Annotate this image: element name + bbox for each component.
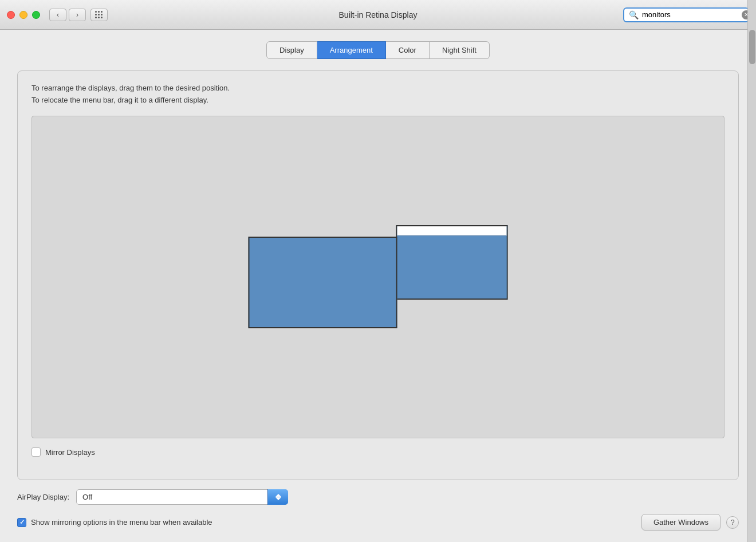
search-box: 🔍 ✕ <box>623 7 749 22</box>
secondary-monitor[interactable] <box>396 225 508 300</box>
minimize-button[interactable] <box>19 11 27 19</box>
traffic-lights <box>7 11 40 19</box>
nav-buttons: ‹ › <box>49 9 86 21</box>
description-line2: To relocate the menu bar, drag it to a d… <box>32 96 208 104</box>
scrollbar-thumb[interactable] <box>749 30 755 64</box>
title-bar: ‹ › Built-in Retina Display 🔍 ✕ <box>0 0 756 30</box>
display-arrangement-area[interactable] <box>32 116 724 438</box>
mirror-displays-checkbox[interactable] <box>32 447 41 457</box>
menubar-indicator <box>397 226 507 235</box>
gather-windows-button[interactable]: Gather Windows <box>641 514 720 531</box>
forward-button[interactable]: › <box>69 9 86 21</box>
show-mirroring-checkbox[interactable]: ✓ <box>17 518 26 527</box>
secondary-screen <box>397 235 507 299</box>
tab-color[interactable]: Color <box>386 41 430 59</box>
grid-icon <box>95 11 103 19</box>
main-content: Display Arrangement Color Night Shift To… <box>0 30 756 542</box>
airplay-select-wrapper: Off Apple TV Other... <box>76 489 288 505</box>
mirror-displays-label: Mirror Displays <box>45 448 95 457</box>
checkmark-icon: ✓ <box>19 519 25 526</box>
back-button[interactable]: ‹ <box>49 9 66 21</box>
panel: To rearrange the displays, drag them to … <box>17 70 739 480</box>
monitor-container <box>249 225 508 328</box>
tab-display[interactable]: Display <box>266 41 317 59</box>
description-line1: To rearrange the displays, drag them to … <box>32 84 230 92</box>
show-mirroring-row: ✓ Show mirroring options in the menu bar… <box>17 518 212 527</box>
airplay-select[interactable]: Off Apple TV Other... <box>76 489 288 505</box>
show-mirroring-label: Show mirroring options in the menu bar w… <box>31 518 212 527</box>
bottom-controls: Mirror Displays <box>32 447 724 468</box>
airplay-row: AirPlay Display: Off Apple TV Other... <box>17 489 739 505</box>
action-buttons: Gather Windows ? <box>641 514 739 531</box>
search-input[interactable] <box>642 10 738 19</box>
tab-night-shift[interactable]: Night Shift <box>430 41 490 59</box>
maximize-button[interactable] <box>32 11 40 19</box>
grid-button[interactable] <box>90 9 108 21</box>
description: To rearrange the displays, drag them to … <box>32 83 724 107</box>
mirror-row: Mirror Displays <box>32 447 724 457</box>
tabs-container: Display Arrangement Color Night Shift <box>17 41 739 59</box>
action-row: ✓ Show mirroring options in the menu bar… <box>17 514 739 531</box>
search-icon: 🔍 <box>629 10 639 19</box>
window-title: Built-in Retina Display <box>339 10 418 19</box>
close-button[interactable] <box>7 11 15 19</box>
primary-monitor[interactable] <box>249 237 397 328</box>
tab-arrangement[interactable]: Arrangement <box>317 41 386 59</box>
airplay-label: AirPlay Display: <box>17 493 69 501</box>
help-button[interactable]: ? <box>726 516 739 529</box>
airplay-section: AirPlay Display: Off Apple TV Other... ✓ <box>17 489 739 531</box>
scrollbar-track <box>747 0 756 542</box>
